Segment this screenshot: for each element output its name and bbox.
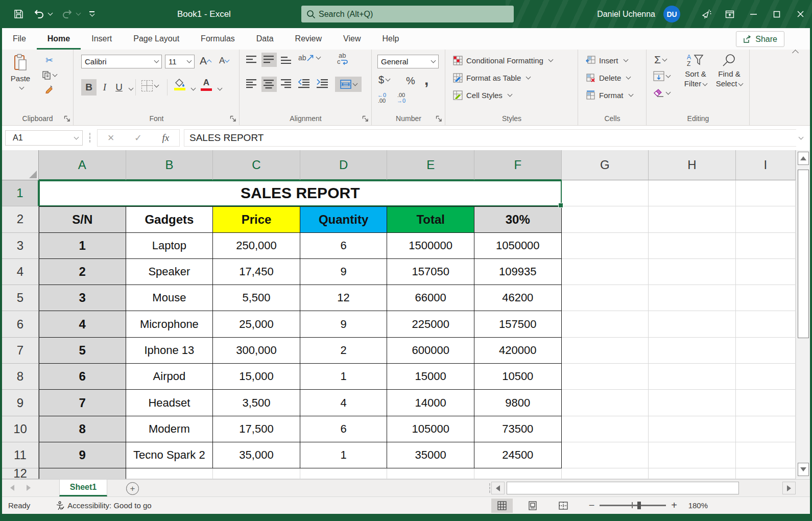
- cell-H2[interactable]: [649, 206, 736, 232]
- cell-D10[interactable]: 6: [300, 416, 388, 442]
- delete-cells-button[interactable]: Delete: [586, 73, 630, 83]
- cell-F9[interactable]: 9800: [474, 390, 562, 416]
- share-button[interactable]: Share: [736, 31, 784, 47]
- clear-button[interactable]: [653, 88, 670, 98]
- cancel-icon[interactable]: ×: [108, 131, 114, 145]
- cell-F2-header[interactable]: 30%: [474, 206, 562, 232]
- name-box[interactable]: A1: [5, 130, 83, 146]
- center-button[interactable]: [261, 77, 277, 92]
- zoom-out-button[interactable]: −: [589, 500, 595, 511]
- row-header-9[interactable]: 9: [2, 390, 39, 416]
- cell-A4[interactable]: 2: [39, 259, 126, 285]
- tab-page-layout[interactable]: Page Layout: [123, 28, 190, 50]
- accounting-dropdown-icon[interactable]: [386, 77, 391, 82]
- sort-filter-button[interactable]: AZ Sort &Filter: [680, 54, 711, 88]
- column-header-E[interactable]: E: [387, 150, 474, 180]
- cell-B12[interactable]: [126, 468, 213, 479]
- cell-B4[interactable]: Speaker: [126, 259, 213, 285]
- format-painter-button[interactable]: [42, 84, 57, 93]
- formula-bar-resize-handle[interactable]: [89, 132, 91, 144]
- cell-C4[interactable]: 17,450: [213, 259, 300, 285]
- cell-E7[interactable]: 600000: [387, 338, 474, 364]
- cell-E8[interactable]: 15000: [387, 364, 474, 390]
- tab-help[interactable]: Help: [371, 28, 410, 50]
- cell-A7[interactable]: 5: [39, 338, 126, 364]
- tab-bar-resize-handle[interactable]: [489, 483, 491, 494]
- cell-D12[interactable]: [300, 468, 388, 479]
- cell-H5[interactable]: [649, 285, 736, 311]
- accounting-format-button[interactable]: $: [378, 74, 390, 86]
- paste-dropdown-icon[interactable]: [19, 85, 24, 90]
- cell-E2-header[interactable]: Total: [387, 206, 474, 232]
- cell-I5[interactable]: [736, 285, 796, 311]
- cell-I4[interactable]: [736, 259, 796, 285]
- cell-G11[interactable]: [562, 442, 649, 468]
- cell-E11[interactable]: 35000: [387, 442, 474, 468]
- tab-review[interactable]: Review: [284, 28, 332, 50]
- middle-align-button[interactable]: [261, 53, 277, 67]
- cell-C2-header[interactable]: Price: [213, 206, 300, 232]
- cell-D9[interactable]: 4: [300, 390, 388, 416]
- accessibility-status[interactable]: Accessibility: Good to go: [56, 501, 151, 510]
- align-left-button[interactable]: [246, 79, 257, 88]
- bold-button[interactable]: B: [81, 79, 97, 96]
- scroll-right-button[interactable]: [782, 482, 796, 494]
- user-name[interactable]: Daniel Uchenna: [597, 10, 655, 19]
- cell-H4[interactable]: [649, 259, 736, 285]
- column-header-F[interactable]: F: [474, 150, 562, 180]
- column-header-A[interactable]: A: [39, 150, 126, 180]
- font-size-select[interactable]: 11: [165, 55, 195, 68]
- zoom-slider[interactable]: [600, 505, 666, 506]
- bottom-align-button[interactable]: [281, 56, 292, 64]
- cell-B8[interactable]: Airpod: [126, 364, 213, 390]
- copy-button[interactable]: [42, 70, 57, 80]
- cell-A5[interactable]: 3: [39, 285, 126, 311]
- scroll-left-button[interactable]: [491, 482, 505, 494]
- cell-G1[interactable]: [562, 180, 649, 206]
- cell-C11[interactable]: 35,000: [213, 442, 300, 468]
- cell-A3[interactable]: 1: [39, 233, 126, 259]
- orientation-dropdown-icon[interactable]: [316, 54, 321, 59]
- row-header-7[interactable]: 7: [2, 338, 39, 364]
- column-header-D[interactable]: D: [300, 150, 388, 180]
- cell-G12[interactable]: [562, 468, 649, 479]
- number-format-select[interactable]: General: [377, 55, 439, 68]
- expand-formula-bar-icon[interactable]: [799, 134, 804, 139]
- tab-data[interactable]: Data: [246, 28, 284, 50]
- cell-B9[interactable]: Headset: [126, 390, 213, 416]
- redo-button[interactable]: [61, 9, 80, 19]
- prev-sheet-button[interactable]: [10, 485, 14, 491]
- cell-F6[interactable]: 157500: [474, 311, 562, 337]
- cell-F5[interactable]: 46200: [474, 285, 562, 311]
- cell-C9[interactable]: 3,500: [213, 390, 300, 416]
- cell-E5[interactable]: 66000: [387, 285, 474, 311]
- column-header-G[interactable]: G: [562, 150, 649, 180]
- column-header-H[interactable]: H: [649, 150, 736, 180]
- minimize-button[interactable]: [742, 0, 765, 28]
- column-header-B[interactable]: B: [126, 150, 213, 180]
- cell-A9[interactable]: 7: [39, 390, 126, 416]
- horizontal-scrollbar[interactable]: [491, 482, 796, 494]
- font-color-dropdown-icon[interactable]: [218, 86, 223, 91]
- cell-G4[interactable]: [562, 259, 649, 285]
- feedback-button[interactable]: [695, 0, 718, 28]
- fill-button[interactable]: [653, 71, 670, 81]
- cell-I2[interactable]: [736, 206, 796, 232]
- cell-C5[interactable]: 5,500: [213, 285, 300, 311]
- underline-dropdown-icon[interactable]: [129, 86, 134, 91]
- zoom-slider-thumb[interactable]: [637, 502, 641, 509]
- cell-E4[interactable]: 157050: [387, 259, 474, 285]
- fill-color-dropdown-icon[interactable]: [191, 86, 196, 91]
- cell-F4[interactable]: 109935: [474, 259, 562, 285]
- cell-I1[interactable]: [736, 180, 796, 206]
- cell-C8[interactable]: 15,000: [213, 364, 300, 390]
- align-right-button[interactable]: [281, 79, 292, 88]
- cell-G9[interactable]: [562, 390, 649, 416]
- customize-qat-button[interactable]: [89, 11, 94, 17]
- cell-G8[interactable]: [562, 364, 649, 390]
- font-dialog-launcher[interactable]: [230, 115, 236, 122]
- undo-button[interactable]: [33, 9, 52, 19]
- cell-G3[interactable]: [562, 233, 649, 259]
- cell-C7[interactable]: 300,000: [213, 338, 300, 364]
- comma-style-button[interactable]: ,: [424, 71, 428, 88]
